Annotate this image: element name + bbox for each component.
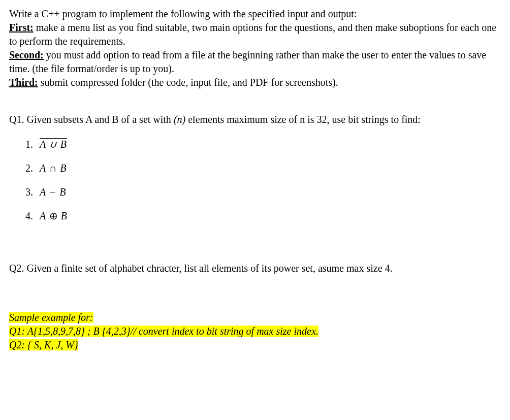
second-text: you must add option to read from a file … bbox=[9, 49, 486, 74]
sample-q1-line: Q1: A{1,5,8,9,7,8} ; B {4,2,3}// convert… bbox=[9, 325, 501, 338]
sample-q2-line: Q2: { S, K, J, W} bbox=[9, 338, 501, 352]
first-text: make a menu list as you find suitable, t… bbox=[9, 22, 496, 47]
sample-block: Sample example for: Q1: A{1,5,8,9,7,8} ;… bbox=[9, 311, 501, 352]
q1-heading: Q1. Given subsets A and B of a set with … bbox=[9, 113, 501, 126]
intro-block: Write a C++ program to implement the fol… bbox=[9, 7, 501, 89]
first-label: First: bbox=[9, 22, 34, 33]
item-expr-a: A bbox=[40, 210, 49, 221]
q1-list: 1. A ∪ B 2. A ∩ B 3. A − B 4. A ⊕ B bbox=[25, 138, 501, 223]
oplus-icon: ⊕ bbox=[49, 210, 58, 221]
intro-first: First: make a menu list as you find suit… bbox=[9, 21, 501, 48]
q1-suffix: elements maximum size of n is 32, use bi… bbox=[185, 114, 421, 125]
item-num: 2. bbox=[25, 161, 40, 175]
item-expr-b: B bbox=[58, 210, 68, 221]
q1-item-3: 3. A − B bbox=[25, 185, 501, 199]
sample-q1-text: Q1: A{1,5,8,9,7,8} ; B {4,2,3}// convert… bbox=[9, 326, 318, 337]
item-expr: A ∩ B bbox=[40, 161, 67, 175]
sample-title: Sample example for: bbox=[9, 312, 93, 323]
item-num: 4. bbox=[25, 209, 40, 223]
q1-prefix: Q1. Given subsets A and B of a set with bbox=[9, 114, 174, 125]
item-expr: A − B bbox=[40, 185, 67, 199]
third-text: submit compressed folder (the code, inpu… bbox=[38, 77, 338, 88]
q1-item-4: 4. A ⊕ B bbox=[25, 209, 501, 223]
sample-q2-text: Q2: { S, K, J, W} bbox=[9, 339, 78, 350]
q1-item-2: 2. A ∩ B bbox=[25, 161, 501, 175]
q2-heading: Q2. Given a finite set of alphabet chrac… bbox=[9, 262, 501, 275]
item-expr-overline: A ∪ B bbox=[40, 138, 67, 151]
intro-third: Third: submit compressed folder (the cod… bbox=[9, 76, 501, 89]
intro-second: Second: you must add option to read from… bbox=[9, 48, 501, 76]
item-num: 1. bbox=[25, 138, 40, 151]
q1-item-1: 1. A ∪ B bbox=[25, 138, 501, 151]
item-num: 3. bbox=[25, 185, 40, 199]
intro-line1: Write a C++ program to implement the fol… bbox=[9, 7, 501, 21]
q1-n-symbol: (n) bbox=[174, 114, 185, 125]
second-label: Second: bbox=[9, 49, 44, 60]
item-expr: A ⊕ B bbox=[40, 209, 68, 223]
sample-title-line: Sample example for: bbox=[9, 311, 501, 325]
third-label: Third: bbox=[9, 77, 38, 88]
